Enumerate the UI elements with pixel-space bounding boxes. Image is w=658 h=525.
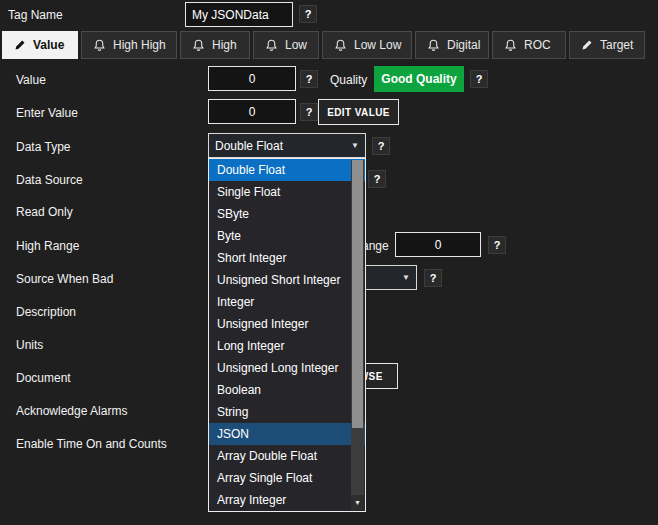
dropdown-option-short-integer[interactable]: Short Integer xyxy=(209,247,365,269)
dropdown-option-unsigned-integer[interactable]: Unsigned Integer xyxy=(209,313,365,335)
dropdown-option-double-float[interactable]: Double Float xyxy=(209,159,365,181)
quality-help-button[interactable]: ? xyxy=(470,70,488,88)
data-source-help-button[interactable]: ? xyxy=(368,170,386,188)
tag-name-label: Tag Name xyxy=(8,8,63,22)
bell-icon xyxy=(192,39,205,52)
dropdown-option-json[interactable]: JSON xyxy=(209,423,365,445)
bell-icon xyxy=(334,39,347,52)
tab-value[interactable]: Value xyxy=(2,31,78,59)
scrollbar-thumb[interactable] xyxy=(352,160,363,428)
bell-icon xyxy=(504,39,517,52)
tab-roc[interactable]: ROC xyxy=(492,31,566,59)
tab-low[interactable]: Low xyxy=(253,31,319,59)
low-range-help-button[interactable]: ? xyxy=(488,236,506,254)
data-type-combobox[interactable]: Double Float ▼ xyxy=(208,133,366,158)
quality-label: Quality xyxy=(330,73,367,87)
tab-label: High xyxy=(212,38,237,52)
tab-label: Digital xyxy=(447,38,480,52)
chevron-down-icon: ▼ xyxy=(402,273,410,282)
dropdown-option-sbyte[interactable]: SByte xyxy=(209,203,365,225)
enable-time-on-and-counts-label: Enable Time On and Counts xyxy=(16,437,167,451)
tab-label: ROC xyxy=(524,38,551,52)
value-input[interactable] xyxy=(208,66,296,91)
data-type-dropdown-list: Double Float Single Float SByte Byte Sho… xyxy=(208,158,366,512)
dropdown-option-boolean[interactable]: Boolean xyxy=(209,379,365,401)
acknowledge-alarms-label: Acknowledge Alarms xyxy=(16,404,127,418)
dropdown-option-unsigned-short-integer[interactable]: Unsigned Short Integer xyxy=(209,269,365,291)
dropdown-option-byte[interactable]: Byte xyxy=(209,225,365,247)
dropdown-option-long-integer[interactable]: Long Integer xyxy=(209,335,365,357)
dropdown-option-array-single-float[interactable]: Array Single Float xyxy=(209,467,365,489)
tab-label: Low Low xyxy=(354,38,401,52)
dropdown-option-unsigned-long-integer[interactable]: Unsigned Long Integer xyxy=(209,357,365,379)
value-label: Value xyxy=(16,73,46,87)
bell-icon xyxy=(427,39,440,52)
tab-label: Low xyxy=(285,38,307,52)
value-help-button[interactable]: ? xyxy=(300,70,318,88)
dropdown-scrollbar[interactable]: ▼ xyxy=(351,160,364,510)
enter-value-input[interactable] xyxy=(208,99,296,124)
tab-label: High High xyxy=(113,38,166,52)
tag-name-help-button[interactable]: ? xyxy=(299,5,317,23)
units-label: Units xyxy=(16,338,43,352)
document-label: Document xyxy=(16,371,71,385)
dropdown-option-integer[interactable]: Integer xyxy=(209,291,365,313)
high-range-label: High Range xyxy=(16,239,79,253)
tab-target[interactable]: Target xyxy=(569,31,645,59)
quality-status-badge: Good Quality xyxy=(374,66,464,92)
pencil-icon xyxy=(581,39,593,51)
edit-value-button[interactable]: EDIT VALUE xyxy=(318,99,399,125)
pencil-icon xyxy=(14,39,26,51)
tab-low-low[interactable]: Low Low xyxy=(322,31,412,59)
dropdown-option-array-integer[interactable]: Array Integer xyxy=(209,489,365,511)
enter-value-help-button[interactable]: ? xyxy=(300,103,318,121)
data-type-help-button[interactable]: ? xyxy=(372,137,390,155)
dropdown-option-string[interactable]: String xyxy=(209,401,365,423)
low-range-input[interactable] xyxy=(395,232,481,257)
source-when-bad-label: Source When Bad xyxy=(16,272,113,286)
description-label: Description xyxy=(16,305,76,319)
read-only-label: Read Only xyxy=(16,205,73,219)
dropdown-option-array-double-float[interactable]: Array Double Float xyxy=(209,445,365,467)
enter-value-label: Enter Value xyxy=(16,106,78,120)
tab-digital[interactable]: Digital xyxy=(415,31,489,59)
tab-label: Value xyxy=(33,38,64,52)
bell-icon xyxy=(265,39,278,52)
data-type-label: Data Type xyxy=(16,140,70,154)
tab-high[interactable]: High xyxy=(180,31,250,59)
bell-icon xyxy=(93,39,106,52)
chevron-down-icon: ▼ xyxy=(351,141,359,150)
tab-strip: Value High High High Low Low Low Digital xyxy=(2,31,645,59)
tab-high-high[interactable]: High High xyxy=(81,31,177,59)
source-when-bad-help-button[interactable]: ? xyxy=(424,269,442,287)
data-source-label: Data Source xyxy=(16,173,83,187)
data-type-selected-value: Double Float xyxy=(215,139,283,153)
tag-name-input[interactable] xyxy=(185,2,293,27)
tab-label: Target xyxy=(600,38,633,52)
scrollbar-down-arrow[interactable]: ▼ xyxy=(351,495,364,510)
dropdown-option-single-float[interactable]: Single Float xyxy=(209,181,365,203)
